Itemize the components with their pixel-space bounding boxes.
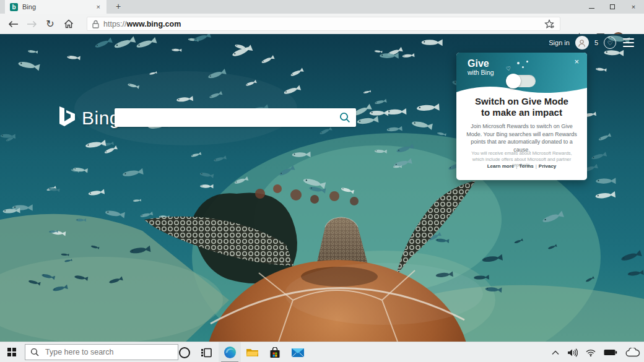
task-view-icon xyxy=(201,347,213,358)
home-button[interactable] xyxy=(59,15,78,33)
menu-button[interactable] xyxy=(622,37,635,48)
tray-chevron-up-icon[interactable] xyxy=(552,350,559,355)
windows-logo-icon xyxy=(7,348,17,357)
file-explorer-icon xyxy=(246,347,259,358)
volume-icon[interactable] xyxy=(567,348,578,357)
window-minimize-button[interactable] xyxy=(581,0,602,14)
new-tab-button[interactable]: + xyxy=(110,0,126,14)
tab-title: Bing xyxy=(22,3,95,11)
lock-icon xyxy=(92,20,99,28)
store-icon xyxy=(269,347,281,358)
browser-toolbar: ↻ https://www.bing.com ⋯ xyxy=(0,14,644,34)
microsoft-store-button[interactable] xyxy=(264,342,286,362)
wifi-icon[interactable] xyxy=(586,349,596,356)
give-panel-body-text: Join Microsoft Rewards to switch on Give… xyxy=(463,123,580,153)
browser-tab-bing[interactable]: b Bing × xyxy=(5,0,107,14)
battery-icon[interactable] xyxy=(604,349,617,356)
forward-icon xyxy=(27,20,37,28)
learn-more-link[interactable]: Learn more xyxy=(487,163,515,169)
address-bar[interactable]: https://www.bing.com xyxy=(87,17,560,31)
screen: b Bing × + × ↻ https://www.bing.com xyxy=(0,0,644,362)
file-explorer-button[interactable] xyxy=(241,342,263,362)
edge-icon xyxy=(224,346,237,359)
home-icon xyxy=(64,19,74,28)
toggle-knob[interactable] xyxy=(506,74,521,88)
mail-button[interactable] xyxy=(287,342,309,362)
window-close-button[interactable]: × xyxy=(623,0,644,14)
forward-button[interactable] xyxy=(22,15,41,33)
terms-link[interactable]: Terms xyxy=(519,163,533,169)
back-button[interactable] xyxy=(4,15,22,33)
tab-close-icon[interactable]: × xyxy=(95,3,102,11)
page-viewport: Sign in 5 ♡ Bing xyxy=(0,34,644,342)
cortana-button[interactable] xyxy=(173,342,196,362)
privacy-link[interactable]: Privacy xyxy=(539,163,556,169)
give-with-bing-panel: Give with Bing × ♡ Switch on Give Mode t… xyxy=(456,53,587,180)
cortana-icon xyxy=(178,347,191,359)
back-icon xyxy=(8,20,19,28)
give-panel-title: Give with Bing xyxy=(468,58,494,76)
windows-taskbar xyxy=(0,342,644,362)
person-icon xyxy=(578,39,586,47)
sign-in-link[interactable]: Sign in xyxy=(549,39,570,46)
tab-bar: b Bing × + × xyxy=(0,0,644,14)
bing-logo: Bing xyxy=(59,106,120,127)
search-box[interactable] xyxy=(115,108,356,127)
give-mode-toggle[interactable] xyxy=(507,75,536,87)
add-favorite-icon[interactable] xyxy=(544,19,555,29)
edge-browser-button[interactable] xyxy=(219,342,241,362)
give-panel-heading: Switch on Give Mode to make an impact xyxy=(456,96,587,118)
refresh-button[interactable]: ↻ xyxy=(41,15,59,33)
maximize-icon xyxy=(610,4,615,9)
task-view-button[interactable] xyxy=(196,342,218,362)
taskbar-search-icon xyxy=(30,348,39,356)
search-icon[interactable] xyxy=(339,112,350,123)
window-maximize-button[interactable] xyxy=(602,0,623,14)
window-controls: × xyxy=(581,0,644,14)
bing-page-header: Sign in 5 ♡ xyxy=(549,36,635,50)
taskbar-search-box[interactable] xyxy=(25,344,178,360)
onedrive-cloud-icon[interactable] xyxy=(625,348,640,357)
hearts-bubbles-decoration: ♡ xyxy=(503,61,541,74)
bing-favicon-icon: b xyxy=(10,3,18,11)
url-text: https://www.bing.com xyxy=(103,20,181,28)
url-host: www.bing.com xyxy=(127,20,181,28)
taskbar-search-input[interactable] xyxy=(44,347,173,357)
sign-in-avatar[interactable] xyxy=(575,36,589,50)
search-input[interactable] xyxy=(115,108,339,127)
give-panel-close-button[interactable]: × xyxy=(572,56,581,67)
give-mode-heart-button[interactable]: ♡ xyxy=(604,37,616,49)
bing-logo-icon xyxy=(59,106,76,127)
mail-icon xyxy=(291,348,305,358)
rewards-points-count: 5 xyxy=(594,39,598,46)
minimize-icon xyxy=(589,8,594,9)
give-panel-links: Learn more|Terms|Privacy xyxy=(456,163,587,169)
start-button[interactable] xyxy=(0,342,24,362)
system-tray xyxy=(552,342,640,362)
